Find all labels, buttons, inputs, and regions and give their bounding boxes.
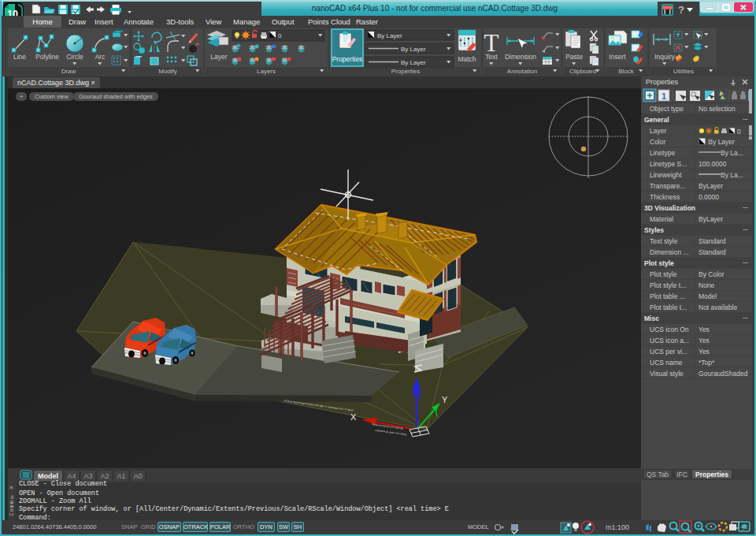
svg-text:Annotation: Annotation	[507, 68, 537, 75]
svg-text:Text: Text	[485, 53, 498, 61]
svg-text:0: 0	[278, 32, 282, 39]
svg-text:Y: Y	[442, 395, 448, 404]
svg-text:Line: Line	[13, 53, 26, 61]
svg-text:Paste: Paste	[565, 53, 583, 61]
svg-text:m1:100: m1:100	[606, 523, 629, 531]
svg-text:Insert: Insert	[609, 53, 626, 61]
svg-text:By Layer: By Layer	[377, 32, 402, 39]
svg-text:Utilities: Utilities	[673, 68, 694, 75]
svg-text:?: ?	[678, 4, 684, 16]
svg-text:By Layer: By Layer	[401, 46, 426, 53]
svg-text:X: X	[350, 412, 357, 422]
svg-text:Circle: Circle	[66, 53, 83, 61]
svg-text:Dimension: Dimension	[505, 53, 536, 61]
svg-text:Inquiry: Inquiry	[654, 53, 675, 61]
svg-text:Match: Match	[458, 55, 476, 63]
svg-text:Block: Block	[618, 68, 635, 75]
svg-text:Layers: Layers	[257, 68, 276, 75]
svg-text:Modify: Modify	[158, 68, 177, 75]
svg-text:Properties: Properties	[391, 68, 420, 75]
svg-text:Arc: Arc	[95, 53, 106, 61]
svg-text:✕: ✕	[740, 3, 747, 12]
svg-text:Clipboard: Clipboard	[569, 68, 596, 75]
svg-text:0: 0	[737, 128, 741, 136]
svg-text:Layer: Layer	[210, 53, 227, 61]
svg-text:By Layer: By Layer	[401, 59, 426, 66]
svg-text:Draw: Draw	[61, 68, 76, 75]
svg-text:Properties: Properties	[332, 55, 363, 63]
svg-text:Polyline: Polyline	[35, 53, 59, 61]
svg-text:1: 1	[662, 91, 666, 101]
